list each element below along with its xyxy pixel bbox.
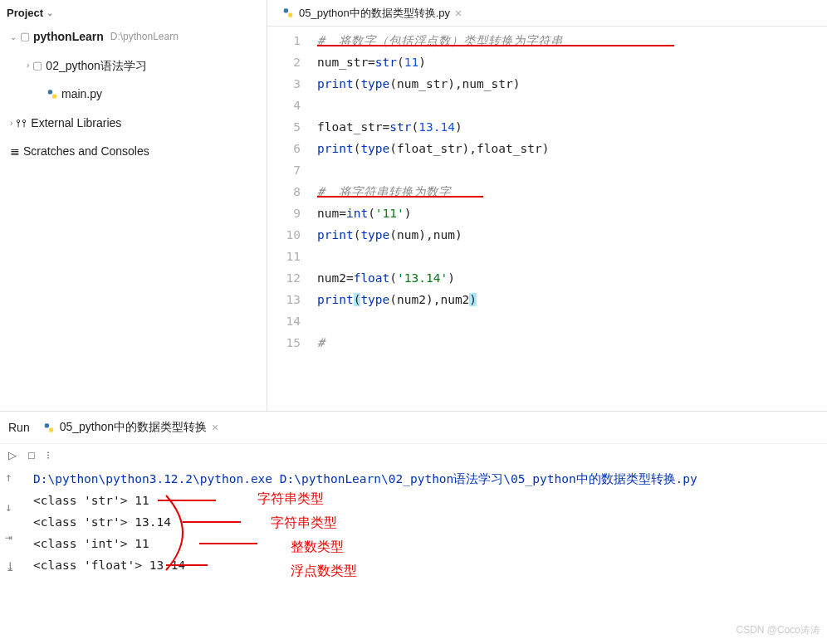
code-editor[interactable]: 123456789101112131415 # 将数字（包括浮点数）类型转换为字… xyxy=(267,27,827,354)
output-cmd: D:\python\python3.12.2\python.exe D:\pyt… xyxy=(33,468,819,490)
tab-title: 05_python中的数据类型转换.py xyxy=(299,6,450,21)
up-icon[interactable]: ↑ xyxy=(5,466,16,488)
tree-item-label: 02_python语法学习 xyxy=(46,55,146,77)
code-line[interactable]: print(type(num),num) xyxy=(317,224,827,246)
scratches-consoles[interactable]: ≣ Scratches and Consoles xyxy=(0,137,267,166)
run-tab[interactable]: 05_python中的数据类型转换 × xyxy=(38,417,224,438)
scratches-icon: ≣ xyxy=(10,140,20,163)
output-line: <class 'str'> 13.14 xyxy=(33,511,819,533)
tree-item-label: main.py xyxy=(61,83,102,105)
editor-panel: 05_python中的数据类型转换.py × 12345678910111213… xyxy=(267,0,827,411)
code-line[interactable]: print(type(float_str),float_str) xyxy=(317,138,827,159)
output-line: <class 'float'> 13.14 xyxy=(33,554,819,576)
annotation-label: 整数类型 xyxy=(291,536,344,558)
run-toolbar: ▷ □ ⁝ xyxy=(0,444,827,466)
chevron-right-icon: › xyxy=(10,115,12,131)
red-connector xyxy=(199,543,257,544)
svg-rect-3 xyxy=(288,13,292,17)
svg-rect-4 xyxy=(44,423,48,427)
run-header: Run 05_python中的数据类型转换 × xyxy=(0,412,827,444)
close-icon[interactable]: × xyxy=(455,7,462,20)
annotation-label: 字符串类型 xyxy=(257,488,324,510)
tree-folder[interactable]: › ▢ 02_python语法学习 xyxy=(0,51,267,80)
red-connector xyxy=(166,564,208,566)
library-icon: ⫯⫯ xyxy=(16,112,27,134)
red-connector xyxy=(158,500,216,501)
code-line[interactable] xyxy=(317,95,827,116)
run-label: Run xyxy=(8,421,30,434)
python-file-icon xyxy=(46,88,58,100)
python-file-icon xyxy=(43,422,55,433)
line-gutter: 123456789101112131415 xyxy=(267,30,317,354)
code-line[interactable]: # xyxy=(317,332,827,354)
code-line[interactable]: # 将数字（包括浮点数）类型转换为字符串 xyxy=(317,30,827,51)
code-line[interactable]: print(type(num2),num2) xyxy=(317,289,827,310)
stop-icon[interactable]: □ xyxy=(28,449,35,461)
watermark: CSDN @Coco涛涛 xyxy=(736,623,820,637)
python-file-icon xyxy=(282,7,294,19)
project-header-label: Project xyxy=(7,7,43,19)
folder-icon: ▢ xyxy=(20,27,30,47)
chevron-right-icon: › xyxy=(27,57,29,73)
project-header[interactable]: Project ⌄ xyxy=(0,3,267,22)
chevron-down-icon: ⌄ xyxy=(10,29,17,45)
annotation-label: 字符串类型 xyxy=(271,512,337,534)
code-lines[interactable]: # 将数字（包括浮点数）类型转换为字符串num_str=str(11)print… xyxy=(317,30,827,354)
svg-rect-0 xyxy=(48,90,52,94)
run-output[interactable]: ↑ ↓ ⇥ ⤓ D:\python\python3.12.2\python.ex… xyxy=(0,466,827,644)
run-panel: Run 05_python中的数据类型转换 × ▷ □ ⁝ ↑ ↓ ⇥ ⤓ D:… xyxy=(0,411,827,644)
external-libraries[interactable]: › ⫯⫯ External Libraries xyxy=(0,109,267,138)
more-icon[interactable]: ⁝ xyxy=(46,449,50,461)
editor-tab[interactable]: 05_python中的数据类型转换.py × xyxy=(276,2,468,24)
code-line[interactable]: num2=float('13.14') xyxy=(317,267,827,289)
chevron-down-icon: ⌄ xyxy=(46,8,53,17)
wrap-icon[interactable]: ⇥ xyxy=(5,526,16,548)
code-line[interactable]: float_str=str(13.14) xyxy=(317,116,827,138)
tree-root[interactable]: ⌄ ▢ pythonLearn D:\pythonLearn xyxy=(0,22,267,51)
code-line[interactable] xyxy=(317,310,827,332)
code-line[interactable] xyxy=(317,159,827,181)
output-line: <class 'str'> 11 xyxy=(33,490,819,511)
root-path: D:\pythonLearn xyxy=(110,27,179,46)
folder-icon: ▢ xyxy=(32,56,42,76)
export-icon[interactable]: ⤓ xyxy=(5,556,16,578)
svg-rect-1 xyxy=(52,94,56,98)
code-line[interactable]: # 将字符串转换为数字 xyxy=(317,181,827,202)
output-line: <class 'int'> 11 xyxy=(33,533,819,554)
tree-item-label: Scratches and Consoles xyxy=(23,140,149,163)
close-icon[interactable]: × xyxy=(212,421,218,434)
svg-rect-2 xyxy=(284,8,288,12)
editor-tab-bar: 05_python中的数据类型转换.py × xyxy=(267,0,827,27)
tree-file[interactable]: main.py xyxy=(0,80,267,109)
tree-item-label: External Libraries xyxy=(31,112,121,134)
code-line[interactable]: print(type(num_str),num_str) xyxy=(317,73,827,95)
code-line[interactable] xyxy=(317,246,827,267)
annotation-label: 浮点数类型 xyxy=(291,560,357,582)
root-name: pythonLearn xyxy=(33,26,104,48)
code-line[interactable]: num=int('11') xyxy=(317,202,827,224)
svg-rect-5 xyxy=(49,427,53,432)
run-tab-title: 05_python中的数据类型转换 xyxy=(60,420,207,435)
down-icon[interactable]: ↓ xyxy=(5,496,16,518)
red-connector xyxy=(183,521,241,523)
rerun-icon[interactable]: ▷ xyxy=(8,449,17,461)
output-side-icons: ↑ ↓ ⇥ ⤓ xyxy=(5,466,16,578)
project-panel: Project ⌄ ⌄ ▢ pythonLearn D:\pythonLearn… xyxy=(0,0,267,411)
code-line[interactable]: num_str=str(11) xyxy=(317,51,827,73)
